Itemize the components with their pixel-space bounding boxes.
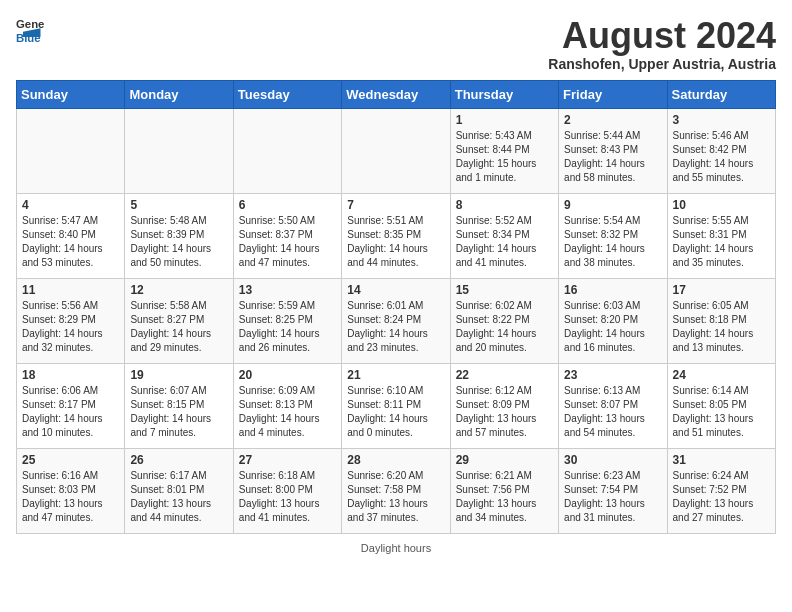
- column-header-tuesday: Tuesday: [233, 80, 341, 108]
- day-info: Sunrise: 6:03 AM Sunset: 8:20 PM Dayligh…: [564, 299, 661, 355]
- calendar-cell: 23Sunrise: 6:13 AM Sunset: 8:07 PM Dayli…: [559, 363, 667, 448]
- day-info: Sunrise: 5:50 AM Sunset: 8:37 PM Dayligh…: [239, 214, 336, 270]
- day-info: Sunrise: 6:13 AM Sunset: 8:07 PM Dayligh…: [564, 384, 661, 440]
- day-info: Sunrise: 6:18 AM Sunset: 8:00 PM Dayligh…: [239, 469, 336, 525]
- calendar-week-row: 18Sunrise: 6:06 AM Sunset: 8:17 PM Dayli…: [17, 363, 776, 448]
- column-header-friday: Friday: [559, 80, 667, 108]
- day-info: Sunrise: 5:58 AM Sunset: 8:27 PM Dayligh…: [130, 299, 227, 355]
- day-info: Sunrise: 6:12 AM Sunset: 8:09 PM Dayligh…: [456, 384, 553, 440]
- calendar-cell: 3Sunrise: 5:46 AM Sunset: 8:42 PM Daylig…: [667, 108, 775, 193]
- day-number: 3: [673, 113, 770, 127]
- day-info: Sunrise: 5:56 AM Sunset: 8:29 PM Dayligh…: [22, 299, 119, 355]
- location-subtitle: Ranshofen, Upper Austria, Austria: [548, 56, 776, 72]
- day-info: Sunrise: 5:47 AM Sunset: 8:40 PM Dayligh…: [22, 214, 119, 270]
- day-number: 11: [22, 283, 119, 297]
- day-info: Sunrise: 5:59 AM Sunset: 8:25 PM Dayligh…: [239, 299, 336, 355]
- day-number: 18: [22, 368, 119, 382]
- calendar-cell: 27Sunrise: 6:18 AM Sunset: 8:00 PM Dayli…: [233, 448, 341, 533]
- day-number: 10: [673, 198, 770, 212]
- day-info: Sunrise: 5:52 AM Sunset: 8:34 PM Dayligh…: [456, 214, 553, 270]
- day-number: 9: [564, 198, 661, 212]
- svg-text:Blue: Blue: [16, 32, 41, 44]
- day-number: 4: [22, 198, 119, 212]
- calendar-cell: 5Sunrise: 5:48 AM Sunset: 8:39 PM Daylig…: [125, 193, 233, 278]
- calendar-cell: 18Sunrise: 6:06 AM Sunset: 8:17 PM Dayli…: [17, 363, 125, 448]
- calendar-cell: 15Sunrise: 6:02 AM Sunset: 8:22 PM Dayli…: [450, 278, 558, 363]
- calendar-cell: 13Sunrise: 5:59 AM Sunset: 8:25 PM Dayli…: [233, 278, 341, 363]
- calendar-cell: 28Sunrise: 6:20 AM Sunset: 7:58 PM Dayli…: [342, 448, 450, 533]
- calendar-cell: 26Sunrise: 6:17 AM Sunset: 8:01 PM Dayli…: [125, 448, 233, 533]
- day-info: Sunrise: 6:10 AM Sunset: 8:11 PM Dayligh…: [347, 384, 444, 440]
- calendar-cell: 12Sunrise: 5:58 AM Sunset: 8:27 PM Dayli…: [125, 278, 233, 363]
- column-header-sunday: Sunday: [17, 80, 125, 108]
- calendar-cell: 9Sunrise: 5:54 AM Sunset: 8:32 PM Daylig…: [559, 193, 667, 278]
- day-number: 29: [456, 453, 553, 467]
- day-info: Sunrise: 5:54 AM Sunset: 8:32 PM Dayligh…: [564, 214, 661, 270]
- day-number: 2: [564, 113, 661, 127]
- column-header-saturday: Saturday: [667, 80, 775, 108]
- calendar-cell: [342, 108, 450, 193]
- title-area: August 2024 Ranshofen, Upper Austria, Au…: [548, 16, 776, 72]
- day-number: 6: [239, 198, 336, 212]
- column-header-monday: Monday: [125, 80, 233, 108]
- day-info: Sunrise: 6:20 AM Sunset: 7:58 PM Dayligh…: [347, 469, 444, 525]
- day-number: 1: [456, 113, 553, 127]
- day-info: Sunrise: 6:09 AM Sunset: 8:13 PM Dayligh…: [239, 384, 336, 440]
- day-number: 17: [673, 283, 770, 297]
- day-info: Sunrise: 5:51 AM Sunset: 8:35 PM Dayligh…: [347, 214, 444, 270]
- day-info: Sunrise: 5:44 AM Sunset: 8:43 PM Dayligh…: [564, 129, 661, 185]
- calendar-cell: 21Sunrise: 6:10 AM Sunset: 8:11 PM Dayli…: [342, 363, 450, 448]
- day-number: 24: [673, 368, 770, 382]
- calendar-cell: 14Sunrise: 6:01 AM Sunset: 8:24 PM Dayli…: [342, 278, 450, 363]
- day-number: 14: [347, 283, 444, 297]
- day-number: 28: [347, 453, 444, 467]
- column-header-wednesday: Wednesday: [342, 80, 450, 108]
- calendar-cell: 29Sunrise: 6:21 AM Sunset: 7:56 PM Dayli…: [450, 448, 558, 533]
- day-number: 31: [673, 453, 770, 467]
- day-number: 16: [564, 283, 661, 297]
- calendar-cell: 10Sunrise: 5:55 AM Sunset: 8:31 PM Dayli…: [667, 193, 775, 278]
- calendar-cell: 31Sunrise: 6:24 AM Sunset: 7:52 PM Dayli…: [667, 448, 775, 533]
- day-info: Sunrise: 6:02 AM Sunset: 8:22 PM Dayligh…: [456, 299, 553, 355]
- day-info: Sunrise: 6:06 AM Sunset: 8:17 PM Dayligh…: [22, 384, 119, 440]
- day-info: Sunrise: 5:48 AM Sunset: 8:39 PM Dayligh…: [130, 214, 227, 270]
- calendar-cell: [17, 108, 125, 193]
- column-header-thursday: Thursday: [450, 80, 558, 108]
- day-info: Sunrise: 6:05 AM Sunset: 8:18 PM Dayligh…: [673, 299, 770, 355]
- day-number: 27: [239, 453, 336, 467]
- day-number: 15: [456, 283, 553, 297]
- day-number: 26: [130, 453, 227, 467]
- calendar-cell: 17Sunrise: 6:05 AM Sunset: 8:18 PM Dayli…: [667, 278, 775, 363]
- calendar-cell: 30Sunrise: 6:23 AM Sunset: 7:54 PM Dayli…: [559, 448, 667, 533]
- calendar-cell: [233, 108, 341, 193]
- day-info: Sunrise: 6:17 AM Sunset: 8:01 PM Dayligh…: [130, 469, 227, 525]
- day-info: Sunrise: 6:21 AM Sunset: 7:56 PM Dayligh…: [456, 469, 553, 525]
- calendar-week-row: 25Sunrise: 6:16 AM Sunset: 8:03 PM Dayli…: [17, 448, 776, 533]
- logo: General Blue: [16, 16, 44, 44]
- day-number: 30: [564, 453, 661, 467]
- calendar-header-row: SundayMondayTuesdayWednesdayThursdayFrid…: [17, 80, 776, 108]
- calendar-cell: 6Sunrise: 5:50 AM Sunset: 8:37 PM Daylig…: [233, 193, 341, 278]
- calendar-cell: 1Sunrise: 5:43 AM Sunset: 8:44 PM Daylig…: [450, 108, 558, 193]
- day-number: 20: [239, 368, 336, 382]
- calendar-table: SundayMondayTuesdayWednesdayThursdayFrid…: [16, 80, 776, 534]
- calendar-cell: 11Sunrise: 5:56 AM Sunset: 8:29 PM Dayli…: [17, 278, 125, 363]
- day-info: Sunrise: 6:24 AM Sunset: 7:52 PM Dayligh…: [673, 469, 770, 525]
- day-info: Sunrise: 5:46 AM Sunset: 8:42 PM Dayligh…: [673, 129, 770, 185]
- day-number: 8: [456, 198, 553, 212]
- page-header: General Blue August 2024 Ranshofen, Uppe…: [16, 16, 776, 72]
- calendar-week-row: 4Sunrise: 5:47 AM Sunset: 8:40 PM Daylig…: [17, 193, 776, 278]
- calendar-cell: 2Sunrise: 5:44 AM Sunset: 8:43 PM Daylig…: [559, 108, 667, 193]
- day-number: 5: [130, 198, 227, 212]
- day-number: 7: [347, 198, 444, 212]
- day-number: 22: [456, 368, 553, 382]
- calendar-cell: 22Sunrise: 6:12 AM Sunset: 8:09 PM Dayli…: [450, 363, 558, 448]
- day-info: Sunrise: 5:43 AM Sunset: 8:44 PM Dayligh…: [456, 129, 553, 185]
- calendar-week-row: 11Sunrise: 5:56 AM Sunset: 8:29 PM Dayli…: [17, 278, 776, 363]
- calendar-cell: 20Sunrise: 6:09 AM Sunset: 8:13 PM Dayli…: [233, 363, 341, 448]
- month-year-title: August 2024: [548, 16, 776, 56]
- day-number: 21: [347, 368, 444, 382]
- calendar-cell: 16Sunrise: 6:03 AM Sunset: 8:20 PM Dayli…: [559, 278, 667, 363]
- day-number: 13: [239, 283, 336, 297]
- day-info: Sunrise: 6:23 AM Sunset: 7:54 PM Dayligh…: [564, 469, 661, 525]
